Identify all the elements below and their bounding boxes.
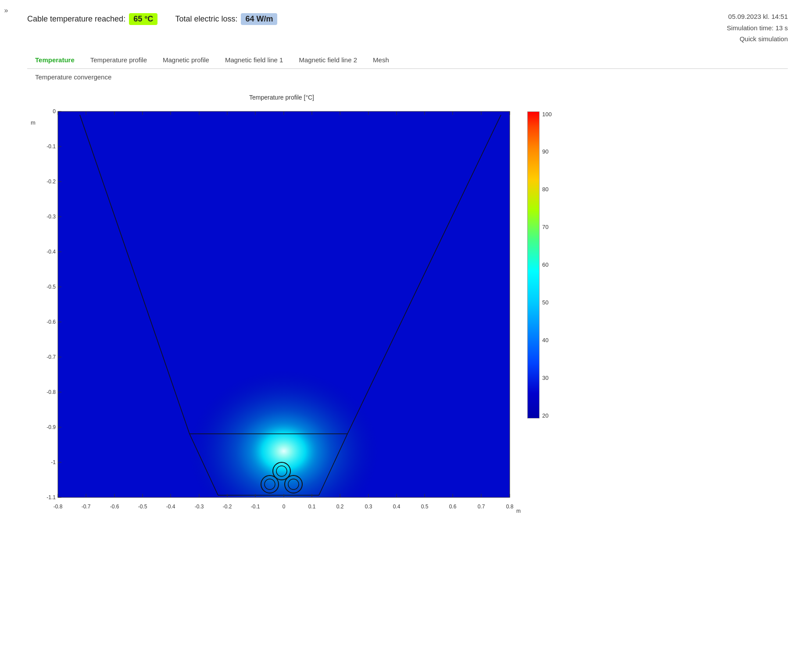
tab-row-2: Temperature convergence: [27, 71, 788, 87]
svg-text:-0.6: -0.6: [110, 504, 119, 510]
cable-temp-label: Cable temperature reached:: [27, 14, 125, 24]
chart-container: Temperature profile [°C] m: [27, 94, 523, 524]
svg-text:-0.6: -0.6: [46, 319, 56, 325]
electric-loss-metric: Total electric loss: 64 W/m: [175, 13, 277, 25]
svg-text:0.1: 0.1: [308, 504, 316, 510]
colorbar-gradient: [527, 111, 540, 418]
temperature-chart: m: [27, 103, 523, 524]
colorbar-labels: 100 90 80 70 60 50 40 30 20: [542, 111, 552, 418]
svg-text:-0.3: -0.3: [195, 504, 204, 510]
svg-text:-1.1: -1.1: [46, 494, 56, 500]
svg-text:0: 0: [53, 108, 56, 114]
svg-text:-0.8: -0.8: [54, 504, 63, 510]
colorbar-label-90: 90: [542, 149, 552, 154]
chart-title: Temperature profile [°C]: [40, 94, 523, 101]
tab-temperature-convergence[interactable]: Temperature convergence: [27, 71, 119, 83]
colorbar-label-20: 20: [542, 413, 552, 418]
svg-text:-0.9: -0.9: [46, 424, 56, 430]
tab-mesh[interactable]: Mesh: [365, 54, 397, 66]
tab-magnetic-field-line-2[interactable]: Magnetic field line 2: [291, 54, 365, 66]
svg-text:m: m: [516, 508, 521, 514]
tab-magnetic-profile[interactable]: Magnetic profile: [155, 54, 217, 66]
colorbar-label-50: 50: [542, 300, 552, 305]
svg-text:0: 0: [282, 504, 286, 510]
svg-text:-0.1: -0.1: [251, 504, 260, 510]
svg-text:-0.7: -0.7: [46, 354, 56, 360]
cable-temp-metric: Cable temperature reached: 65 °C: [27, 13, 157, 25]
colorbar-label-70: 70: [542, 224, 552, 230]
colorbar-label-40: 40: [542, 337, 552, 343]
svg-text:-0.5: -0.5: [46, 284, 56, 290]
sidebar-toggle[interactable]: »: [0, 4, 12, 17]
svg-text:-0.4: -0.4: [166, 504, 175, 510]
svg-text:0.4: 0.4: [393, 504, 400, 510]
svg-text:-0.2: -0.2: [46, 179, 56, 185]
svg-text:-0.4: -0.4: [46, 249, 56, 255]
date-time: 05.09.2023 kl. 14:51: [727, 11, 788, 22]
tab-temperature-profile[interactable]: Temperature profile: [82, 54, 155, 66]
svg-text:0.5: 0.5: [421, 504, 429, 510]
electric-loss-label: Total electric loss:: [175, 14, 237, 24]
svg-text:0.8: 0.8: [506, 504, 514, 510]
svg-text:0.2: 0.2: [336, 504, 344, 510]
chart-svg-wrap: m: [27, 103, 523, 524]
tab-magnetic-field-line-1[interactable]: Magnetic field line 1: [217, 54, 291, 66]
colorbar-label-80: 80: [542, 186, 552, 192]
metrics-area: Cable temperature reached: 65 °C Total e…: [27, 9, 277, 25]
svg-text:0.7: 0.7: [478, 504, 485, 510]
electric-loss-value: 64 W/m: [241, 13, 277, 25]
colorbar-label-100: 100: [542, 111, 552, 117]
y-axis-label: m: [31, 119, 36, 126]
tab-temperature[interactable]: Temperature: [27, 54, 82, 66]
svg-text:-0.2: -0.2: [223, 504, 232, 510]
svg-text:-0.3: -0.3: [46, 214, 56, 220]
meta-info: 05.09.2023 kl. 14:51 Simulation time: 13…: [727, 9, 788, 45]
svg-text:-0.7: -0.7: [82, 504, 91, 510]
svg-text:-0.1: -0.1: [46, 143, 56, 150]
svg-text:-0.5: -0.5: [138, 504, 147, 510]
colorbar: 100 90 80 70 60 50 40 30 20: [527, 111, 552, 418]
svg-text:0.3: 0.3: [365, 504, 372, 510]
cable-temp-value: 65 °C: [129, 13, 157, 25]
colorbar-label-60: 60: [542, 262, 552, 268]
colorbar-label-30: 30: [542, 375, 552, 381]
top-bar: Cable temperature reached: 65 °C Total e…: [27, 9, 788, 45]
tab-bar: Temperature Temperature profile Magnetic…: [27, 54, 788, 69]
svg-text:-1: -1: [51, 459, 56, 465]
sim-type: Quick simulation: [727, 33, 788, 45]
svg-text:-0.8: -0.8: [46, 389, 56, 395]
chart-area: Temperature profile [°C] m: [27, 94, 788, 524]
svg-text:0.6: 0.6: [449, 504, 457, 510]
sim-time: Simulation time: 13 s: [727, 22, 788, 34]
svg-rect-2: [58, 111, 510, 497]
